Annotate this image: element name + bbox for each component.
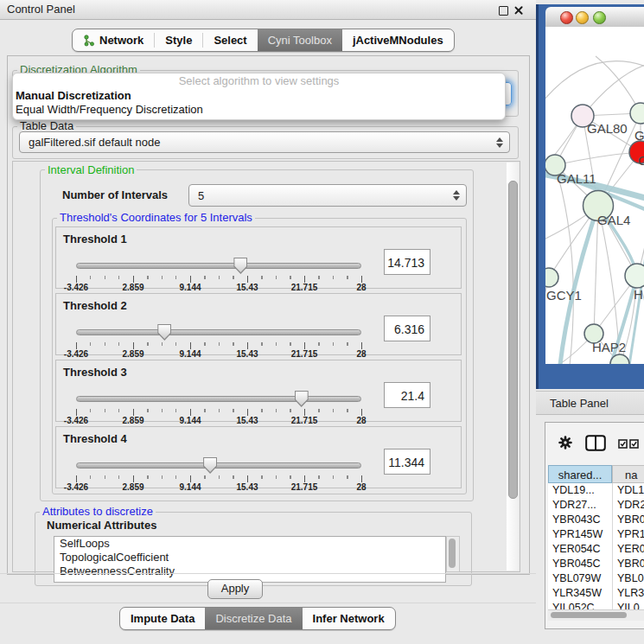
threshold-row: Threshold 4 -3.4262.8599.14415.4321.7152… [55,426,462,488]
tab-select[interactable]: Select [203,29,257,51]
network-node-label: GAL80 [587,121,628,136]
table-row[interactable]: YIL052CYIL0 [548,601,644,609]
tab-impute-data[interactable]: Impute Data [120,608,205,629]
network-node-gcy1[interactable] [545,268,558,287]
tab-cyni-toolbox[interactable]: Cyni Toolbox [258,29,342,51]
thresholds-title: Threshold's Coordinates for 5 Intervals [57,211,255,224]
float-window-icon[interactable] [499,6,508,16]
zoom-traffic-light-icon[interactable] [593,11,606,24]
columns-icon[interactable] [585,435,606,451]
threshold-slider[interactable]: -3.4262.8599.14415.4321.71528 [76,325,361,354]
control-panel-title: Control Panel [7,3,75,16]
slider-thumb-icon[interactable] [233,258,247,274]
attribute-list-item[interactable]: BetweennessCentrality [54,564,445,578]
slider-track[interactable] [76,329,361,335]
table-row[interactable]: YBR043CYBR0 [548,513,644,527]
network-view-window: GAL80GAGGAL11GAL4GCY1HHAP2 [536,4,644,389]
table-panel: shared... na YDL19...YDL1 YDR27...YDR2 Y… [545,422,644,629]
separator [0,603,536,603]
table-rows: YDL19...YDL1 YDR27...YDR2 YBR043CYBR0 YP… [548,483,644,609]
attributes-title: Attributes to discretize [40,505,156,518]
network-icon [83,35,95,47]
attribute-list-item[interactable]: SelfLoops [54,537,445,551]
checkbox-checked-icon[interactable] [618,439,628,449]
tab-style[interactable]: Style [155,29,202,51]
algorithm-dropdown-popup: Select algorithm to view settings Manual… [12,73,506,120]
slider-thumb-icon[interactable] [157,324,171,341]
attributes-list-scrollbar[interactable] [446,536,460,572]
network-window-titlebar[interactable] [545,7,644,28]
table-data-combobox[interactable]: galFiltered.sif default node [19,131,510,153]
network-node-ga[interactable] [630,103,644,124]
dropdown-option-manual-discretization[interactable]: Manual Discretization [13,89,505,103]
apply-button[interactable]: Apply [207,579,263,599]
slider-thumb-icon[interactable] [203,457,217,474]
tab-infer-network[interactable]: Infer Network [303,608,395,629]
close-icon[interactable] [513,5,524,16]
network-node-label: GAL11 [557,171,596,186]
threshold-row: Threshold 1 -3.4262.8599.14415.4321.7152… [55,226,462,289]
slider-thumb-icon[interactable] [295,391,309,407]
gear-icon[interactable] [558,436,572,450]
threshold-value-field[interactable]: 21.4 [384,382,430,408]
threshold-row: Threshold 3 -3.4262.8599.14415.4321.7152… [55,360,462,422]
table-row[interactable]: YDR27...YDR2 [548,498,644,513]
table-row[interactable]: YLR345WYLR3 [548,586,644,601]
table-row[interactable]: YDL19...YDL1 [548,483,644,498]
threshold-value-field[interactable]: 11.344 [384,449,430,475]
slider-track[interactable] [76,396,361,402]
bottom-tab-bar: Impute Data Discretize Data Infer Networ… [119,607,396,630]
threshold-label: Threshold 2 [63,299,127,312]
network-node-label: H [634,287,643,302]
tab-discretize-data[interactable]: Discretize Data [205,608,302,629]
slider-track[interactable] [76,462,361,469]
threshold-slider[interactable]: -3.4262.8599.14415.4321.71528 [76,258,361,288]
vertical-scrollbar[interactable] [507,163,519,571]
numerical-attributes-label: Numerical Attributes [47,519,156,532]
table-row[interactable]: YER054CYER0 [548,542,644,557]
tab-jactivemnodules[interactable]: jActiveMNodules [342,29,454,51]
table-row[interactable]: YBL079WYBL0 [548,571,644,586]
scrollbar-thumb[interactable] [508,181,518,499]
number-of-intervals-combobox[interactable]: 5 [188,184,467,207]
slider-tick-labels: -3.4262.8599.14415.4321.71528 [76,482,361,493]
checkbox-checked-icon[interactable] [629,439,639,449]
slider-ticks [76,475,362,482]
threshold-row: Threshold 2 -3.4262.8599.14415.4321.7152… [55,293,462,355]
slider-track[interactable] [76,263,361,269]
threshold-slider[interactable]: -3.4262.8599.14415.4321.71528 [76,392,361,421]
slider-tick-labels: -3.4262.8599.14415.4321.71528 [76,416,361,426]
dropdown-option-equal-width[interactable]: Equal Width/Frequency Discretization [13,103,505,117]
threshold-label: Threshold 1 [63,233,127,245]
tab-network[interactable]: Network [73,29,154,51]
network-canvas[interactable]: GAL80GAGGAL11GAL4GCY1HHAP2 [545,27,644,364]
threshold-value-field[interactable]: 14.713 [384,249,430,275]
threshold-slider[interactable]: -3.4262.8599.14415.4321.71528 [76,458,361,488]
number-of-intervals-value: 5 [198,189,204,202]
screen: Control Panel Network Style Select Cyni … [0,0,644,644]
threshold-value-field[interactable]: 6.316 [384,316,430,341]
threshold-label: Threshold 4 [63,432,127,445]
network-edge[interactable] [555,152,641,165]
table-row[interactable]: YPR145WYPR1 [548,527,644,542]
network-node-h[interactable] [625,264,644,288]
slider-tick-labels: -3.4262.8599.14415.4321.71528 [76,283,361,293]
attribute-list-item[interactable]: TopologicalCoefficient [54,551,445,564]
network-node-label: GA [634,128,644,143]
table-row[interactable]: YBR045CYBR0 [548,557,644,571]
top-tab-bar: Network Style Select Cyni Toolbox jActiv… [72,29,455,52]
scrollbar-thumb[interactable] [449,539,456,568]
combo-stepper-icon [496,137,503,148]
column-header-name[interactable]: na [612,465,644,483]
control-panel-titlebar: Control Panel [0,0,536,20]
close-traffic-light-icon[interactable] [560,11,573,24]
horizontal-scrollbar[interactable] [548,609,644,621]
slider-ticks [76,276,362,283]
minimize-traffic-light-icon[interactable] [576,11,589,24]
table-data-value: galFiltered.sif default node [29,136,160,149]
scrollbar-thumb[interactable] [551,612,627,618]
threshold-label: Threshold 3 [63,366,127,379]
column-header-shared[interactable]: shared... [548,465,612,483]
numerical-attributes-list[interactable]: SelfLoopsTopologicalCoefficientBetweenne… [54,536,446,583]
slider-ticks [76,342,362,349]
